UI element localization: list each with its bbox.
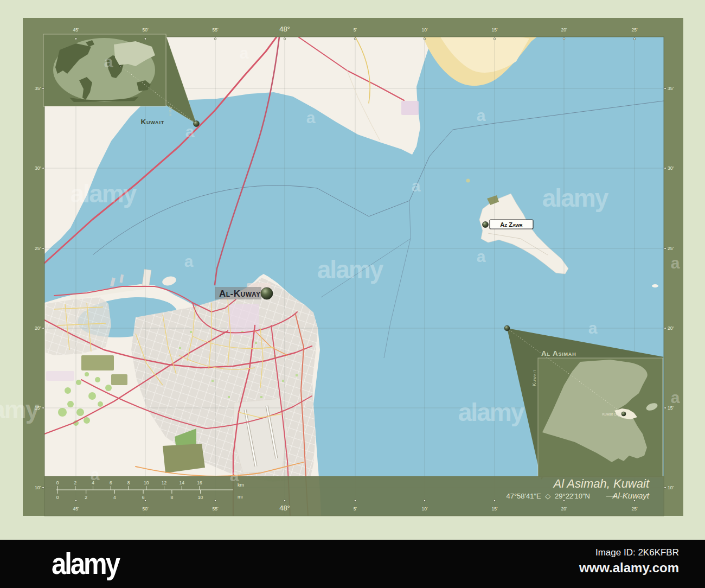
footer-separator: ◇ (545, 492, 550, 500)
edge-tick (664, 87, 666, 90)
country-capital-label: Kuwait City (602, 412, 620, 417)
country-inset-country: Kuwait (531, 369, 537, 386)
naval-base (401, 101, 419, 115)
alamy-logo: alamy (52, 546, 119, 581)
edge-label-top: 50' (142, 27, 148, 33)
edge-label-top: 45' (73, 27, 79, 33)
edge-label-right: 30' (668, 165, 674, 171)
edge-tick (42, 167, 44, 169)
watermark-letter: a (91, 465, 100, 483)
edge-tick (664, 407, 666, 409)
scale-mi-number: 8 (171, 495, 174, 500)
island-town-group: Az Zawr (483, 220, 534, 229)
edge-tick (284, 500, 286, 502)
watermark-letter: a (185, 123, 195, 140)
country-pointer-dot (504, 325, 510, 331)
edge-tick (493, 500, 496, 502)
edge-tick (664, 167, 666, 169)
edge-tick (284, 38, 286, 40)
edge-label-left: 35' (35, 86, 41, 91)
edge-label-left: 25' (35, 246, 41, 251)
watermark-letter: a (671, 254, 680, 272)
scale-km-number: 2 (74, 480, 76, 485)
watermark-brand: alamy (317, 255, 384, 284)
country-inset-region: Al Asimah (541, 349, 576, 357)
edge-label-right: 20' (668, 325, 674, 331)
island-town-label: Az Zawr (500, 221, 522, 228)
alamy-image-id: Image ID: 2K6KFBR (579, 547, 679, 558)
edge-tick (664, 487, 666, 489)
edge-tick (354, 500, 356, 502)
edge-label-left: 10' (35, 485, 41, 490)
watermark-brand: alamy (0, 395, 40, 424)
scale-km-number: 16 (197, 480, 202, 485)
watermark-letter: a (477, 247, 486, 265)
stock-map-image: Al-Kuwayt Az Zawr Asia Kuwait (0, 0, 705, 588)
watermark-brand: alamy (458, 398, 525, 426)
edge-tick (75, 500, 77, 502)
edge-label-left: 30' (35, 165, 41, 171)
edge-label-top: 20' (561, 27, 567, 33)
scale-mi-number: 2 (85, 495, 87, 500)
watermark-letter: a (477, 106, 486, 124)
edge-label-right: 10' (668, 485, 674, 490)
airport-grounds (232, 399, 287, 473)
scale-mi-number: 4 (113, 495, 116, 500)
miskan-islet (466, 179, 470, 183)
watermark-letter: a (184, 252, 194, 270)
edge-tick (424, 38, 426, 40)
edge-tick (664, 247, 666, 250)
edge-label-bottom: 50' (142, 506, 148, 512)
edge-tick (424, 500, 426, 502)
edge-tick (633, 500, 636, 502)
country-capital-dot (621, 412, 626, 416)
edge-label-right: 25' (668, 246, 674, 251)
watermark-letter: a (230, 466, 239, 484)
scale-mi-number: 6 (142, 495, 145, 500)
alamy-bottom-bar: alamy Image ID: 2K6KFBR www.alamy.com (0, 540, 705, 588)
edge-label-right: 35' (668, 86, 674, 91)
scale-km-number: 12 (162, 480, 167, 485)
scale-mi-unit: mi (238, 494, 243, 500)
footer-longitude: 47°58′41″E (506, 492, 541, 500)
edge-label-bottom: 25' (631, 506, 637, 512)
scale-km-number: 14 (180, 480, 185, 485)
alamy-website: www.alamy.com (579, 560, 679, 576)
watermark-letter: a (588, 319, 598, 337)
edge-tick (214, 38, 216, 40)
edge-tick (563, 500, 565, 502)
capital-label: Al-Kuwayt (219, 289, 265, 299)
world-inset-continent: Asia (168, 106, 173, 117)
watermark-brand: alamy (542, 184, 609, 212)
farm-plot-2 (111, 374, 127, 385)
edge-label-top: 48° (279, 25, 290, 33)
capital-marker (261, 287, 273, 299)
edge-label-bottom: 5' (354, 506, 357, 512)
farm-plot-1 (81, 355, 114, 370)
edge-label-top: 55' (212, 27, 218, 33)
watermark-letter: a (306, 108, 316, 126)
edge-label-top: 5' (354, 27, 357, 33)
awhah-islet (652, 284, 658, 287)
edge-tick (664, 327, 666, 329)
footer-title: Al Asimah, Kuwait (553, 477, 650, 490)
scale-km-number: 6 (110, 480, 112, 485)
edge-label-bottom: 55' (212, 506, 218, 512)
watermark-brand: alamy (70, 180, 137, 208)
edge-tick (42, 407, 44, 409)
scale-mi-number: 10 (198, 495, 203, 500)
edge-tick (42, 247, 44, 250)
edge-label-left: 20' (35, 325, 41, 331)
edge-label-bottom: 20' (561, 506, 567, 512)
scale-km-number: 8 (127, 480, 130, 485)
scale-km-number: 10 (144, 480, 149, 485)
edge-tick (42, 87, 44, 90)
edge-tick (354, 38, 356, 40)
map-artwork: Al-Kuwayt Az Zawr Asia Kuwait (0, 0, 705, 588)
edge-tick (633, 38, 636, 40)
watermark-letter: a (671, 388, 680, 406)
footer-coordinates: 47°58′41″E ◇ 29°22′10″N (506, 492, 590, 500)
island-town-marker (483, 222, 489, 228)
watermark-letter: a (240, 44, 249, 62)
edge-label-bottom: 15' (491, 506, 497, 512)
